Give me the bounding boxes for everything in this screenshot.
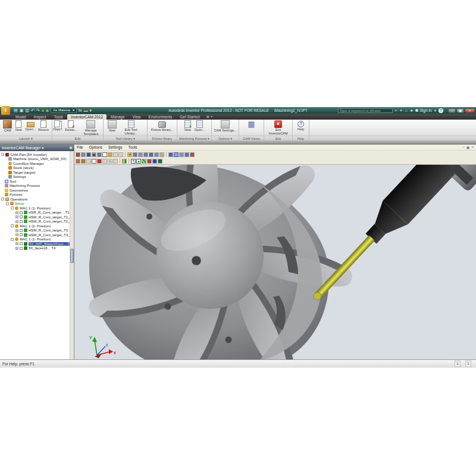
expander-icon[interactable]: - bbox=[11, 206, 14, 209]
sim-hand-icon[interactable] bbox=[81, 159, 86, 164]
tab-inspect[interactable]: Inspect bbox=[30, 114, 50, 120]
expander-icon[interactable]: + bbox=[15, 215, 18, 218]
view-cube-icon[interactable] bbox=[149, 152, 154, 157]
target-display-icon[interactable] bbox=[147, 159, 152, 164]
exit-view-icon[interactable] bbox=[190, 152, 195, 157]
cam-views-grid-button[interactable]: ▦ bbox=[247, 120, 256, 129]
sketch-icon[interactable]: ◆ bbox=[46, 108, 49, 114]
zoom-window-icon[interactable] bbox=[81, 152, 86, 157]
sim-tool-icon[interactable] bbox=[76, 159, 80, 164]
light-icon[interactable]: ☀ bbox=[127, 152, 132, 157]
mdi-minimize-button[interactable]: ‒ bbox=[462, 145, 464, 149]
delete-button[interactable]: × Delete... bbox=[64, 120, 77, 132]
tree-item-operation[interactable]: +HSM_R_Cont_target_T2_1 ...T2 bbox=[0, 220, 70, 224]
tab-model[interactable]: Model bbox=[12, 114, 30, 120]
checkbox[interactable] bbox=[20, 211, 23, 214]
tree-item-setup[interactable]: -Setup bbox=[0, 202, 70, 206]
inventor-logo-icon[interactable]: I bbox=[1, 106, 10, 115]
sign-in-button[interactable]: Sign In bbox=[415, 108, 431, 112]
group-label-machining-process[interactable]: Machining Process ▾ bbox=[177, 136, 211, 140]
search-icon[interactable]: ⌖ bbox=[395, 108, 397, 113]
menu-file[interactable]: File bbox=[77, 145, 83, 149]
exit-inventorcam-button[interactable]: × Exit InventorCAM bbox=[266, 120, 291, 135]
expander-icon[interactable]: - bbox=[11, 224, 14, 227]
tree-item-operation[interactable]: +HSM_R_Cont_target_T1_1 ...T1 bbox=[0, 215, 70, 220]
open-button[interactable]: Open... bbox=[24, 120, 36, 131]
tree-item-operation[interactable]: +HSR_R_Cont_target ...T1 bbox=[0, 211, 70, 215]
tree-item-operation[interactable]: +HSM_R_Cont_target_T3 ...T3 bbox=[0, 228, 70, 233]
tree-item-stock[interactable]: Stock (stock) bbox=[0, 166, 70, 171]
view-cube-icon[interactable] bbox=[159, 152, 164, 157]
group-label-launch[interactable]: Launch ▾ bbox=[0, 136, 52, 140]
tree-item-operation-selected[interactable]: +5X_IWF_BladeXFace ...T4 bbox=[0, 242, 70, 246]
expander-icon[interactable]: + bbox=[15, 220, 18, 223]
fx-parameters-icon[interactable]: fx bbox=[79, 108, 82, 114]
color-scale-icon[interactable] bbox=[122, 159, 127, 164]
help-button[interactable]: ? Help bbox=[296, 120, 306, 131]
expander-icon[interactable]: - bbox=[1, 153, 4, 156]
expander-icon[interactable]: + bbox=[15, 247, 18, 250]
panel-dock-icon[interactable]: ▣ bbox=[69, 145, 73, 151]
signin-chevron-icon[interactable]: ▾ bbox=[434, 108, 436, 113]
expander-icon[interactable]: + bbox=[15, 242, 18, 245]
tree-item-coordsys[interactable]: CoordSys Manager bbox=[0, 161, 70, 166]
boxed-mode-icon[interactable] bbox=[92, 159, 96, 164]
new-file-icon[interactable]: ▤ bbox=[14, 108, 18, 114]
tree-item-settings[interactable]: Settings bbox=[0, 175, 70, 180]
red-arrow-icon[interactable] bbox=[97, 159, 102, 164]
tree-item-cam-part[interactable]: -CAM-Part [5X Impeller] bbox=[0, 152, 70, 157]
tree-item-machining-process[interactable]: Machining Process bbox=[0, 184, 70, 189]
menu-options[interactable]: Options bbox=[89, 145, 102, 149]
measure-icon[interactable] bbox=[108, 152, 112, 157]
view-cube-icon[interactable] bbox=[138, 152, 143, 157]
tree-item-operations[interactable]: -Operations bbox=[0, 197, 70, 202]
tree-item-mac2[interactable]: -MAC 1 (2- Position) bbox=[0, 224, 70, 228]
color-swatch-icon[interactable]: ▬ bbox=[83, 108, 87, 114]
copy-button[interactable]: Copy... bbox=[52, 120, 63, 131]
select-arrow-icon[interactable] bbox=[102, 152, 107, 157]
mdi-restore-button[interactable]: ▣ bbox=[466, 145, 470, 149]
undo-icon[interactable]: ↶ bbox=[31, 108, 35, 114]
tab-view[interactable]: View bbox=[129, 114, 145, 120]
pan-icon[interactable]: + bbox=[86, 152, 91, 157]
tab-get-started[interactable]: Get Started bbox=[176, 114, 203, 120]
machine-display-icon[interactable] bbox=[158, 159, 162, 164]
tree-item-fixtures[interactable]: Fixtures bbox=[0, 193, 70, 198]
home-icon[interactable]: ⌂ bbox=[405, 108, 408, 112]
tree-item-mac3[interactable]: -MAC 1 (1- Position) bbox=[0, 237, 70, 242]
minimize-button[interactable]: ‒ bbox=[448, 108, 456, 113]
help-icon[interactable]: ? bbox=[439, 108, 443, 113]
star-icon[interactable]: ★ bbox=[410, 108, 414, 113]
tree-scrollbar[interactable] bbox=[70, 151, 74, 359]
recent-button[interactable]: ◔ Recent bbox=[37, 120, 49, 132]
tree-item-mac1[interactable]: -MAC 1 (1- Position) bbox=[0, 206, 70, 211]
checkbox[interactable] bbox=[20, 229, 23, 232]
menu-tools[interactable]: Tools bbox=[128, 145, 137, 149]
expander-icon[interactable]: - bbox=[1, 198, 4, 201]
machining-process-new-button[interactable]: + New bbox=[183, 120, 192, 132]
view-cube-icon[interactable] bbox=[133, 152, 137, 157]
favorites-icon[interactable]: ✦ bbox=[399, 108, 402, 113]
zoom-selected-icon[interactable] bbox=[97, 152, 102, 157]
redo-icon[interactable]: ↷ bbox=[36, 108, 40, 114]
cam-button[interactable]: CAM bbox=[2, 120, 12, 133]
manage-templates-button[interactable]: Manage Templates bbox=[79, 120, 103, 136]
save-icon[interactable]: ▥ bbox=[25, 108, 29, 114]
shade-mode-active-icon[interactable] bbox=[174, 152, 178, 157]
mdi-close-button[interactable]: × bbox=[471, 145, 474, 149]
tool-display-icon[interactable]: T bbox=[131, 159, 136, 164]
tree-item-tool[interactable]: Tool bbox=[0, 179, 70, 184]
search-input[interactable]: Type a keyword or phrase bbox=[338, 108, 393, 113]
expander-icon[interactable]: + bbox=[15, 211, 18, 214]
gcode-icon[interactable]: G bbox=[108, 159, 112, 164]
tab-manage[interactable]: Manage bbox=[107, 114, 129, 120]
shade-mode-icon[interactable] bbox=[179, 152, 184, 157]
expander-icon[interactable]: + bbox=[15, 233, 18, 236]
tree-item-geometries[interactable]: Geometries bbox=[0, 188, 70, 193]
shade-mode-icon[interactable] bbox=[184, 152, 189, 157]
3d-canvas[interactable]: Y x z bbox=[74, 165, 476, 359]
checkbox[interactable] bbox=[20, 242, 23, 245]
panel-header[interactable]: InventorCAM Manager ▾ ▣ bbox=[0, 145, 74, 151]
maximize-button[interactable]: ▣ bbox=[456, 108, 464, 113]
zoom-icon[interactable] bbox=[76, 152, 80, 157]
